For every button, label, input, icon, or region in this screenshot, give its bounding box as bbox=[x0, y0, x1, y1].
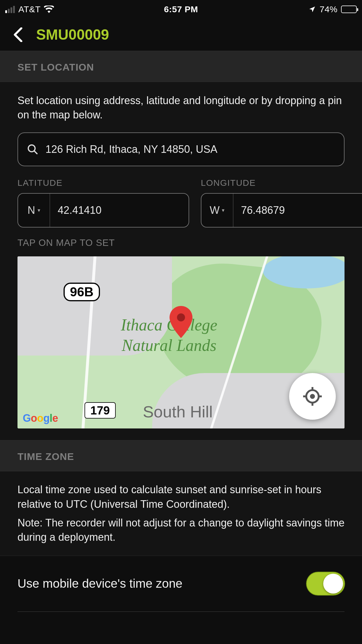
divider bbox=[17, 611, 345, 612]
longitude-field[interactable]: W ▾ bbox=[201, 193, 362, 228]
section-heading-timezone: TIME ZONE bbox=[0, 440, 362, 471]
map-attribution: Google bbox=[23, 412, 58, 424]
address-search-field[interactable] bbox=[17, 132, 345, 166]
section-body-location: Set location using address, latitude and… bbox=[0, 82, 362, 440]
search-icon bbox=[27, 144, 38, 155]
battery-percent: 74% bbox=[319, 4, 338, 14]
use-device-timezone-row: Use mobile device's time zone bbox=[0, 556, 362, 611]
map-view[interactable]: 96B Ithaca College Natural Lands 179 Sou… bbox=[17, 256, 345, 428]
cell-signal-icon bbox=[5, 6, 15, 13]
longitude-input[interactable] bbox=[233, 204, 362, 216]
route-shield: 179 bbox=[85, 402, 116, 419]
map-place-label: South Hill bbox=[143, 402, 213, 422]
use-device-timezone-label: Use mobile device's time zone bbox=[17, 577, 182, 591]
latitude-hemisphere-value: N bbox=[28, 204, 35, 216]
status-bar: AT&T 6:57 PM 74% bbox=[0, 0, 362, 19]
latitude-hemisphere-select[interactable]: N ▾ bbox=[18, 194, 50, 227]
route-shield: 96B bbox=[64, 283, 100, 301]
latitude-field[interactable]: N ▾ bbox=[17, 193, 189, 228]
chevron-down-icon: ▾ bbox=[38, 207, 40, 214]
back-button[interactable] bbox=[12, 28, 24, 41]
tap-on-map-hint: TAP ON MAP TO SET bbox=[17, 237, 345, 248]
wifi-icon bbox=[44, 6, 54, 13]
location-description: Set location using address, latitude and… bbox=[17, 94, 345, 122]
location-arrow-icon bbox=[308, 6, 316, 13]
my-location-button[interactable] bbox=[289, 373, 336, 420]
timezone-description-1: Local time zone used to calculate sunset… bbox=[17, 482, 345, 511]
app-header: SMU00009 bbox=[0, 19, 362, 51]
carrier-label: AT&T bbox=[18, 4, 41, 14]
map-place-label: Ithaca College Natural Lands bbox=[96, 315, 242, 356]
svg-point-3 bbox=[310, 394, 315, 399]
section-heading-location: SET LOCATION bbox=[0, 51, 362, 82]
page-title: SMU00009 bbox=[36, 26, 109, 43]
chevron-down-icon: ▾ bbox=[222, 207, 224, 214]
status-time: 6:57 PM bbox=[164, 4, 198, 14]
address-input[interactable] bbox=[45, 143, 335, 155]
longitude-hemisphere-select[interactable]: W ▾ bbox=[201, 194, 233, 227]
latitude-label: LATITUDE bbox=[17, 178, 189, 188]
longitude-label: LONGITUDE bbox=[201, 178, 362, 188]
svg-point-2 bbox=[177, 314, 185, 322]
battery-icon bbox=[341, 6, 357, 13]
svg-line-1 bbox=[34, 151, 37, 154]
timezone-description-2: Note: The recorder will not adjust for a… bbox=[17, 516, 345, 545]
use-device-timezone-toggle[interactable] bbox=[307, 572, 345, 595]
longitude-hemisphere-value: W bbox=[210, 204, 220, 216]
section-body-timezone: Local time zone used to calculate sunset… bbox=[0, 471, 362, 556]
map-pin-icon bbox=[169, 306, 193, 339]
latitude-input[interactable] bbox=[50, 204, 189, 216]
